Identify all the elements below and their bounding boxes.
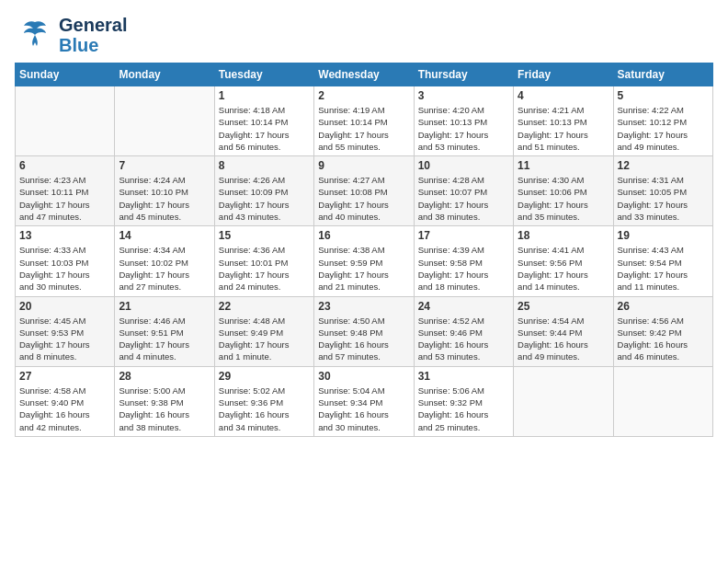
day-info: Sunrise: 5:04 AMSunset: 9:34 PMDaylight:… bbox=[318, 385, 409, 433]
calendar-day-cell bbox=[16, 86, 115, 156]
day-info: Sunrise: 4:48 AMSunset: 9:49 PMDaylight:… bbox=[219, 315, 310, 363]
day-number: 30 bbox=[318, 370, 409, 383]
day-number: 22 bbox=[219, 300, 310, 313]
day-number: 16 bbox=[318, 229, 409, 242]
day-info: Sunrise: 4:26 AMSunset: 10:09 PMDaylight… bbox=[219, 174, 310, 223]
day-number: 20 bbox=[19, 300, 110, 313]
day-info: Sunrise: 5:06 AMSunset: 9:32 PMDaylight:… bbox=[418, 385, 509, 433]
day-info: Sunrise: 4:18 AMSunset: 10:14 PMDaylight… bbox=[219, 104, 310, 153]
day-info: Sunrise: 4:58 AMSunset: 9:40 PMDaylight:… bbox=[19, 385, 110, 433]
day-number: 8 bbox=[219, 159, 310, 172]
calendar-day-cell: 7Sunrise: 4:24 AMSunset: 10:10 PMDayligh… bbox=[115, 156, 214, 226]
day-of-week-header: Sunday bbox=[16, 63, 115, 86]
day-number: 29 bbox=[219, 370, 310, 383]
day-of-week-header: Wednesday bbox=[314, 63, 414, 86]
calendar-day-cell: 31Sunrise: 5:06 AMSunset: 9:32 PMDayligh… bbox=[414, 366, 513, 436]
calendar-day-cell: 14Sunrise: 4:34 AMSunset: 10:02 PMDaylig… bbox=[115, 226, 214, 296]
calendar-week-row: 1Sunrise: 4:18 AMSunset: 10:14 PMDayligh… bbox=[16, 86, 713, 156]
day-info: Sunrise: 4:45 AMSunset: 9:53 PMDaylight:… bbox=[19, 315, 110, 363]
calendar-day-cell: 28Sunrise: 5:00 AMSunset: 9:38 PMDayligh… bbox=[115, 366, 214, 436]
calendar-day-cell: 9Sunrise: 4:27 AMSunset: 10:08 PMDayligh… bbox=[314, 156, 414, 226]
day-number: 27 bbox=[19, 370, 110, 383]
day-of-week-header: Monday bbox=[115, 63, 214, 86]
logo-icon bbox=[15, 15, 55, 55]
calendar-week-row: 27Sunrise: 4:58 AMSunset: 9:40 PMDayligh… bbox=[16, 366, 713, 436]
day-number: 4 bbox=[518, 89, 609, 102]
calendar-day-cell: 26Sunrise: 4:56 AMSunset: 9:42 PMDayligh… bbox=[613, 296, 712, 366]
day-number: 1 bbox=[219, 89, 310, 102]
day-info: Sunrise: 5:00 AMSunset: 9:38 PMDaylight:… bbox=[119, 385, 210, 433]
day-number: 23 bbox=[318, 300, 409, 313]
calendar-day-cell: 30Sunrise: 5:04 AMSunset: 9:34 PMDayligh… bbox=[314, 366, 414, 436]
day-number: 19 bbox=[618, 229, 709, 242]
day-number: 9 bbox=[318, 159, 409, 172]
day-number: 21 bbox=[119, 300, 210, 313]
calendar-table: SundayMondayTuesdayWednesdayThursdayFrid… bbox=[15, 63, 713, 437]
day-number: 11 bbox=[518, 159, 609, 172]
day-info: Sunrise: 4:23 AMSunset: 10:11 PMDaylight… bbox=[19, 174, 110, 223]
calendar-day-cell: 2Sunrise: 4:19 AMSunset: 10:14 PMDayligh… bbox=[314, 86, 414, 156]
calendar-day-cell: 17Sunrise: 4:39 AMSunset: 9:58 PMDayligh… bbox=[414, 226, 513, 296]
day-info: Sunrise: 4:30 AMSunset: 10:06 PMDaylight… bbox=[518, 174, 609, 223]
calendar-day-cell: 12Sunrise: 4:31 AMSunset: 10:05 PMDaylig… bbox=[613, 156, 712, 226]
day-info: Sunrise: 4:21 AMSunset: 10:13 PMDaylight… bbox=[518, 104, 609, 153]
calendar-day-cell bbox=[514, 366, 613, 436]
day-number: 14 bbox=[119, 229, 210, 242]
day-info: Sunrise: 4:36 AMSunset: 10:01 PMDaylight… bbox=[219, 244, 310, 293]
day-info: Sunrise: 4:24 AMSunset: 10:10 PMDaylight… bbox=[119, 174, 210, 223]
calendar-day-cell: 8Sunrise: 4:26 AMSunset: 10:09 PMDayligh… bbox=[214, 156, 313, 226]
calendar-day-cell: 15Sunrise: 4:36 AMSunset: 10:01 PMDaylig… bbox=[214, 226, 313, 296]
day-number: 5 bbox=[618, 89, 709, 102]
day-of-week-header: Thursday bbox=[414, 63, 513, 86]
day-info: Sunrise: 4:31 AMSunset: 10:05 PMDaylight… bbox=[618, 174, 709, 223]
calendar-day-cell: 5Sunrise: 4:22 AMSunset: 10:12 PMDayligh… bbox=[613, 86, 712, 156]
calendar-day-cell: 3Sunrise: 4:20 AMSunset: 10:13 PMDayligh… bbox=[414, 86, 513, 156]
logo-text: General Blue bbox=[59, 15, 127, 55]
day-number: 10 bbox=[418, 159, 509, 172]
day-info: Sunrise: 4:38 AMSunset: 9:59 PMDaylight:… bbox=[318, 244, 409, 293]
day-info: Sunrise: 4:39 AMSunset: 9:58 PMDaylight:… bbox=[418, 244, 509, 293]
calendar-day-cell: 18Sunrise: 4:41 AMSunset: 9:56 PMDayligh… bbox=[514, 226, 613, 296]
day-number: 7 bbox=[119, 159, 210, 172]
calendar-day-cell: 10Sunrise: 4:28 AMSunset: 10:07 PMDaylig… bbox=[414, 156, 513, 226]
calendar-day-cell: 16Sunrise: 4:38 AMSunset: 9:59 PMDayligh… bbox=[314, 226, 414, 296]
day-info: Sunrise: 4:34 AMSunset: 10:02 PMDaylight… bbox=[119, 244, 210, 293]
day-info: Sunrise: 5:02 AMSunset: 9:36 PMDaylight:… bbox=[219, 385, 310, 433]
calendar-day-cell: 20Sunrise: 4:45 AMSunset: 9:53 PMDayligh… bbox=[16, 296, 115, 366]
calendar-day-cell: 23Sunrise: 4:50 AMSunset: 9:48 PMDayligh… bbox=[314, 296, 414, 366]
day-number: 28 bbox=[119, 370, 210, 383]
day-info: Sunrise: 4:28 AMSunset: 10:07 PMDaylight… bbox=[418, 174, 509, 223]
day-info: Sunrise: 4:43 AMSunset: 9:54 PMDaylight:… bbox=[618, 244, 709, 293]
day-number: 24 bbox=[418, 300, 509, 313]
day-info: Sunrise: 4:27 AMSunset: 10:08 PMDaylight… bbox=[318, 174, 409, 223]
day-number: 26 bbox=[618, 300, 709, 313]
calendar-day-cell: 11Sunrise: 4:30 AMSunset: 10:06 PMDaylig… bbox=[514, 156, 613, 226]
day-number: 13 bbox=[19, 229, 110, 242]
calendar-day-cell: 27Sunrise: 4:58 AMSunset: 9:40 PMDayligh… bbox=[16, 366, 115, 436]
day-info: Sunrise: 4:20 AMSunset: 10:13 PMDaylight… bbox=[418, 104, 509, 153]
day-info: Sunrise: 4:22 AMSunset: 10:12 PMDaylight… bbox=[618, 104, 709, 153]
day-number: 2 bbox=[318, 89, 409, 102]
calendar-day-cell: 22Sunrise: 4:48 AMSunset: 9:49 PMDayligh… bbox=[214, 296, 313, 366]
calendar-week-row: 13Sunrise: 4:33 AMSunset: 10:03 PMDaylig… bbox=[16, 226, 713, 296]
day-of-week-header: Saturday bbox=[613, 63, 712, 86]
logo: General Blue bbox=[15, 15, 127, 55]
day-info: Sunrise: 4:33 AMSunset: 10:03 PMDaylight… bbox=[19, 244, 110, 293]
calendar-day-cell: 19Sunrise: 4:43 AMSunset: 9:54 PMDayligh… bbox=[613, 226, 712, 296]
calendar-day-cell: 4Sunrise: 4:21 AMSunset: 10:13 PMDayligh… bbox=[514, 86, 613, 156]
calendar-header-row: SundayMondayTuesdayWednesdayThursdayFrid… bbox=[16, 63, 713, 86]
calendar-week-row: 6Sunrise: 4:23 AMSunset: 10:11 PMDayligh… bbox=[16, 156, 713, 226]
calendar-day-cell: 6Sunrise: 4:23 AMSunset: 10:11 PMDayligh… bbox=[16, 156, 115, 226]
day-number: 17 bbox=[418, 229, 509, 242]
calendar-day-cell: 29Sunrise: 5:02 AMSunset: 9:36 PMDayligh… bbox=[214, 366, 313, 436]
day-number: 25 bbox=[518, 300, 609, 313]
calendar-day-cell: 21Sunrise: 4:46 AMSunset: 9:51 PMDayligh… bbox=[115, 296, 214, 366]
day-info: Sunrise: 4:50 AMSunset: 9:48 PMDaylight:… bbox=[318, 315, 409, 363]
day-number: 3 bbox=[418, 89, 509, 102]
day-of-week-header: Tuesday bbox=[214, 63, 313, 86]
calendar-day-cell bbox=[115, 86, 214, 156]
day-info: Sunrise: 4:52 AMSunset: 9:46 PMDaylight:… bbox=[418, 315, 509, 363]
calendar-day-cell bbox=[613, 366, 712, 436]
day-info: Sunrise: 4:56 AMSunset: 9:42 PMDaylight:… bbox=[618, 315, 709, 363]
calendar-day-cell: 25Sunrise: 4:54 AMSunset: 9:44 PMDayligh… bbox=[514, 296, 613, 366]
